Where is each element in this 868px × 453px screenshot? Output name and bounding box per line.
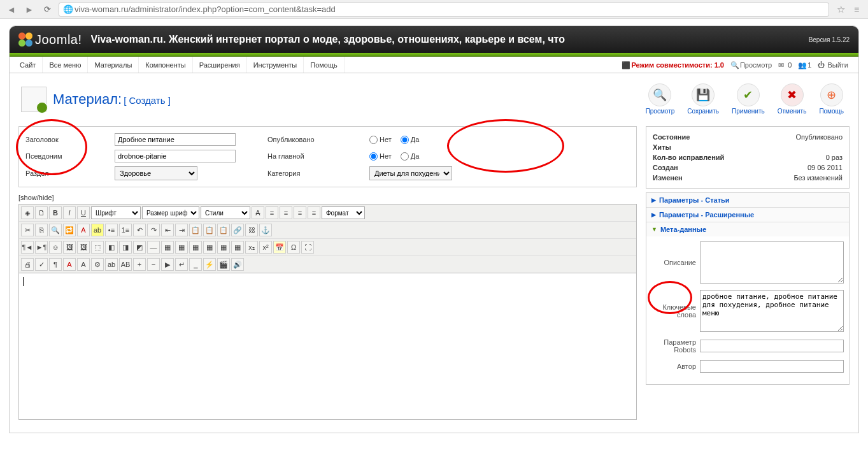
unlink-icon[interactable]: ⛓ — [245, 224, 258, 236]
table-merge-icon[interactable]: ▦ — [217, 241, 230, 254]
menu-extensions[interactable]: Расширения — [193, 57, 247, 73]
published-yes[interactable] — [401, 136, 409, 144]
frontpage-yes[interactable] — [401, 152, 409, 161]
audio-icon[interactable]: 🔊 — [231, 258, 244, 271]
users-count[interactable]: 👥1 — [798, 61, 811, 69]
cleanup-icon[interactable]: A — [77, 258, 90, 271]
editor-body[interactable] — [18, 273, 637, 420]
hr-icon[interactable]: — — [147, 241, 160, 254]
paste-word-icon[interactable]: 📋 — [217, 224, 230, 236]
char-icon[interactable]: Ω — [287, 241, 300, 254]
table-icon[interactable]: ▦ — [161, 241, 174, 254]
italic-icon[interactable]: I — [63, 206, 76, 219]
ul-icon[interactable]: •≡ — [105, 224, 118, 236]
menu-icon[interactable]: ≡ — [850, 3, 863, 16]
layer-abs-icon[interactable]: ◧ — [105, 241, 118, 254]
apply-button[interactable]: ✔Применить — [729, 82, 768, 116]
pagebreak-icon[interactable]: ⎯ — [189, 258, 202, 271]
sub-icon[interactable]: x₂ — [245, 241, 258, 254]
newdoc-icon[interactable]: 🗋 — [35, 206, 48, 219]
url-bar[interactable]: 🌐 viva-woman.ru/administrator/index.php?… — [59, 3, 829, 17]
preview-button[interactable]: 🔍Просмотр — [643, 82, 678, 116]
section-select[interactable]: Здоровье — [115, 166, 197, 180]
published-no[interactable] — [369, 136, 378, 144]
messages-count[interactable]: ✉0 — [778, 61, 792, 69]
insert-icon[interactable]: + — [133, 258, 146, 271]
delete-icon[interactable]: − — [147, 258, 160, 271]
flash-icon[interactable]: ⚡ — [203, 258, 216, 271]
frontpage-no[interactable] — [369, 152, 378, 161]
undo-icon[interactable]: ↶ — [133, 224, 146, 236]
font-family-select[interactable]: Шрифт — [91, 206, 141, 219]
save-button[interactable]: 💾Сохранить — [684, 82, 722, 116]
paste-icon[interactable]: 📋 — [189, 224, 202, 236]
acc-advanced-params[interactable]: ▶Параметры - Расширенные — [646, 207, 849, 222]
bold-icon[interactable]: B — [49, 206, 62, 219]
fullscreen-icon[interactable]: ⛶ — [301, 241, 314, 254]
date-icon[interactable]: 📅 — [273, 241, 286, 254]
insert-template-icon[interactable]: ⬚ — [91, 241, 104, 254]
find-icon[interactable]: 🔍 — [49, 224, 62, 236]
cancel-button[interactable]: ✖Отменить — [774, 82, 810, 116]
align-right-icon[interactable]: ≡ — [294, 206, 306, 219]
insert-image-icon[interactable]: 🖼 — [77, 241, 90, 254]
abbr-icon[interactable]: ab — [105, 258, 118, 271]
removefmt-icon[interactable]: A — [63, 258, 76, 271]
menu-site[interactable]: Сайт — [13, 57, 43, 73]
video-icon[interactable]: 🎬 — [217, 258, 230, 271]
attrib-icon[interactable]: ⚙ — [91, 258, 104, 271]
cut-icon[interactable]: ✂ — [21, 224, 34, 236]
ol-icon[interactable]: 1≡ — [119, 224, 132, 236]
table-col-icon[interactable]: ▦ — [189, 241, 202, 254]
ltr-icon[interactable]: ¶◄ — [21, 241, 34, 254]
paragraph-icon[interactable]: ¶ — [49, 258, 62, 271]
rtl-icon[interactable]: ►¶ — [35, 241, 48, 254]
acc-metadata[interactable]: ▼Мета-данные — [646, 222, 849, 236]
logout-link[interactable]: ⏻Выйти — [818, 61, 848, 69]
meta-author-input[interactable] — [700, 360, 844, 373]
source-icon[interactable]: ◈ — [21, 206, 34, 219]
backcolor-icon[interactable]: ab — [91, 224, 104, 236]
preview-link[interactable]: 🔍Просмотр — [730, 61, 772, 69]
show-hide-toggle[interactable]: [show/hide] — [18, 194, 637, 201]
align-left-icon[interactable]: ≡ — [266, 206, 278, 219]
title-input[interactable] — [115, 133, 236, 146]
menu-help[interactable]: Помощь — [304, 57, 345, 73]
spellcheck-icon[interactable]: ✓ — [35, 258, 48, 271]
readmore-icon[interactable]: ↵ — [175, 258, 188, 271]
copy-icon[interactable]: ⎘ — [35, 224, 48, 236]
media-icon[interactable]: ▶ — [161, 258, 174, 271]
menu-tools[interactable]: Инструменты — [247, 57, 304, 73]
back-icon[interactable]: ◄ — [5, 3, 18, 16]
justify-icon[interactable]: ≡ — [308, 206, 320, 219]
align-center-icon[interactable]: ≡ — [280, 206, 292, 219]
font-size-select[interactable]: Размер шрифта — [142, 206, 199, 219]
layer-back-icon[interactable]: ◩ — [133, 241, 146, 254]
image-icon[interactable]: 🖼 — [63, 241, 76, 254]
link-icon[interactable]: 🔗 — [231, 224, 244, 236]
compat-mode[interactable]: ⬛Режим совместимости: 1.0 — [622, 61, 723, 69]
acronym-icon[interactable]: AB — [119, 258, 132, 271]
forecolor-icon[interactable]: A — [77, 224, 90, 236]
outdent-icon[interactable]: ⇤ — [161, 224, 174, 236]
print-icon[interactable]: 🖨 — [21, 258, 34, 271]
meta-robots-input[interactable] — [700, 340, 844, 352]
table-row-icon[interactable]: ▦ — [175, 241, 188, 254]
indent-icon[interactable]: ⇥ — [175, 224, 188, 236]
table-split-icon[interactable]: ▦ — [231, 241, 244, 254]
category-select[interactable]: Диеты для похудения — [369, 166, 452, 180]
table-del-icon[interactable]: ▦ — [203, 241, 216, 254]
alias-input[interactable] — [115, 150, 236, 162]
replace-icon[interactable]: 🔁 — [63, 224, 76, 236]
redo-icon[interactable]: ↷ — [147, 224, 160, 236]
menu-components[interactable]: Компоненты — [139, 57, 192, 73]
sup-icon[interactable]: x² — [259, 241, 272, 254]
format-select[interactable]: Формат — [322, 206, 365, 219]
meta-desc-input[interactable] — [700, 241, 844, 284]
strike-icon[interactable]: A — [252, 206, 264, 219]
menu-content[interactable]: Материалы — [88, 57, 139, 73]
help-button[interactable]: ⊕Помощь — [816, 82, 847, 116]
layer-fwd-icon[interactable]: ◨ — [119, 241, 132, 254]
acc-article-params[interactable]: ▶Параметры - Статьи — [646, 193, 849, 207]
meta-keys-input[interactable]: дробное питание, дробное питание для пох… — [700, 290, 844, 332]
